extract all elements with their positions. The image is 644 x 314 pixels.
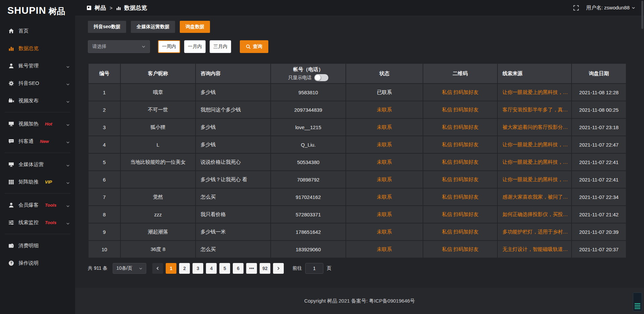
- sidebar-item-lead-monitoring[interactable]: 线索监控 Tools: [0, 214, 75, 231]
- chevron-down-icon: [142, 45, 146, 49]
- chevron-down-icon: [66, 203, 70, 207]
- fullscreen-icon[interactable]: [573, 5, 579, 11]
- page-size-value: 10条/页: [116, 265, 132, 271]
- cell-date: 2021-11-08 00:25: [572, 101, 626, 118]
- sidebar-item-douyin-seo[interactable]: 抖音SEO: [0, 74, 75, 92]
- page-button-92[interactable]: 92: [260, 263, 270, 274]
- cell-qrcode-link[interactable]: 私信 扫码加好友: [423, 154, 497, 170]
- cell-content: 我想问这个多少钱: [196, 101, 270, 118]
- table-header-row: 编号 客户昵称 咨询内容 帐号（电话） 只显示电话 状态 二维码 线索来源: [89, 64, 626, 83]
- cell-status: 未联系: [346, 136, 423, 153]
- cell-source-link[interactable]: 让你一眼就爱上的黑科技，能...: [498, 84, 571, 101]
- page-button-1[interactable]: 1: [166, 263, 176, 274]
- prev-page-button[interactable]: [152, 263, 163, 274]
- table-row: 9 潮起潮落 多少钱一米 178651642 未联系 私信 扫码加好友 多功能护…: [89, 223, 626, 240]
- user-menu[interactable]: 用户名: zswodun88: [586, 5, 635, 11]
- cell-source-link[interactable]: 无主灯设计，智能磁吸轨道灯...: [498, 241, 571, 258]
- cell-source-link[interactable]: 被大家追着问的客厅投影分享...: [498, 119, 571, 136]
- cell-date: 2021-11-07 20:37: [572, 241, 626, 258]
- sidebar-item-matrix-boost[interactable]: 矩阵助推 VIP: [0, 173, 75, 191]
- cell-qrcode-link[interactable]: 私信 扫码加好友: [423, 189, 497, 205]
- tab-omnimedia-data[interactable]: 全媒体运营数据: [131, 21, 175, 33]
- cell-id: 5: [89, 154, 120, 170]
- gear-icon: [8, 81, 14, 86]
- cell-source-link[interactable]: 感谢大家喜欢我家，被问了好...: [498, 189, 571, 205]
- member-icon: [8, 202, 14, 208]
- sidebar-item-home[interactable]: 首页: [0, 22, 75, 40]
- breadcrumb-root[interactable]: 树品: [95, 4, 106, 12]
- cell-qrcode-link[interactable]: 私信 扫码加好友: [423, 223, 497, 240]
- logo: SHUPIN 树品: [0, 0, 75, 16]
- goto-suffix-label: 页: [327, 265, 331, 271]
- col-header-qrcode: 二维码: [423, 64, 497, 83]
- col-header-status: 状态: [346, 64, 423, 83]
- range-three-months-button[interactable]: 三月内: [210, 40, 231, 53]
- scrollbar-thumb[interactable]: [641, 1, 643, 29]
- content: 抖音seo数据 全媒体运营数据 询盘数据 请选择 一周内 一月内 三月内 查询: [75, 16, 644, 314]
- next-page-button[interactable]: [273, 263, 284, 274]
- chat-bubble-icon: [8, 139, 14, 144]
- svg-text:?: ?: [10, 261, 12, 265]
- tab-douyin-seo-data[interactable]: 抖音seo数据: [88, 21, 126, 33]
- filter-bar: 请选择 一周内 一月内 三月内 查询: [88, 40, 644, 53]
- vip-badge: VIP: [45, 179, 52, 185]
- cell-qrcode-link[interactable]: 私信 扫码加好友: [423, 171, 497, 188]
- sidebar-item-consumption-details[interactable]: 消费明细: [0, 237, 75, 254]
- col-header-content: 咨询内容: [196, 64, 270, 83]
- chevron-down-icon: [139, 267, 143, 270]
- sidebar-item-label: 全媒体运营: [18, 161, 44, 168]
- sidebar-item-doukertong[interactable]: 抖客通 New: [0, 133, 75, 150]
- range-one-month-button[interactable]: 一月内: [184, 40, 206, 53]
- goto-page-input[interactable]: [305, 263, 323, 274]
- tab-inquiry-data[interactable]: 询盘数据: [180, 21, 210, 33]
- sidebar-item-video-heating[interactable]: 视频加热 Hot: [0, 115, 75, 133]
- tools-badge: Tools: [45, 203, 56, 208]
- bar-chart-icon: [116, 5, 121, 10]
- cell-status: 未联系: [346, 101, 423, 118]
- cell-source-link[interactable]: 让你一眼就爱上的黑科技，能...: [498, 171, 571, 188]
- sidebar-item-data-overview[interactable]: 数据总览: [0, 40, 75, 57]
- page-button-3[interactable]: 3: [193, 263, 203, 274]
- page-size-select[interactable]: 10条/页: [113, 263, 146, 274]
- cell-qrcode-link[interactable]: 私信 扫码加好友: [423, 101, 497, 118]
- sidebar-item-member-baoke[interactable]: 会员爆客 Tools: [0, 196, 75, 214]
- cell-source-link[interactable]: 让你一眼就爱上的黑科技，能...: [498, 154, 571, 170]
- cell-status: 未联系: [346, 223, 423, 240]
- sidebar-item-account-management[interactable]: 账号管理: [0, 57, 75, 74]
- range-one-week-button[interactable]: 一周内: [158, 40, 180, 53]
- search-button[interactable]: 查询: [240, 40, 268, 53]
- page-ellipsis-button[interactable]: •••: [246, 263, 257, 274]
- sidebar-item-omnimedia-operation[interactable]: 全媒体运营: [0, 156, 75, 173]
- phone-only-switch[interactable]: [314, 74, 328, 81]
- sidebar-item-video-publish[interactable]: 视频发布: [0, 92, 75, 109]
- cell-qrcode-link[interactable]: 私信 扫码加好友: [423, 84, 497, 101]
- cell-source-link[interactable]: 让你一眼就爱上的黑科技，能...: [498, 136, 571, 153]
- cell-qrcode-link[interactable]: 私信 扫码加好友: [423, 119, 497, 136]
- cell-status: 未联系: [346, 189, 423, 205]
- cell-qrcode-link[interactable]: 私信 扫码加好友: [423, 206, 497, 223]
- corner-widget[interactable]: [633, 293, 642, 311]
- cell-source-link[interactable]: 客厅安装投影半年多了，真实...: [498, 101, 571, 118]
- table-row: 4 L 多少钱 Q_Liu. 未联系 私信 扫码加好友 让你一眼就爱上的黑科技，…: [89, 136, 626, 153]
- cell-date: 2021-11-07 22:47: [572, 136, 626, 153]
- cell-account: 70898792: [271, 171, 345, 188]
- breadcrumb-separator: >: [109, 5, 113, 11]
- page-button-6[interactable]: 6: [233, 263, 244, 274]
- sidebar-item-instructions[interactable]: ? 操作说明: [0, 254, 75, 272]
- cell-source-link[interactable]: 如何正确选择投影仪，买投影...: [498, 206, 571, 223]
- cell-account: 50534380: [271, 154, 345, 170]
- account-select[interactable]: 请选择: [88, 40, 150, 53]
- col-header-nickname: 客户昵称: [121, 64, 195, 83]
- grid-icon: [8, 179, 14, 185]
- tools-badge: Tools: [45, 220, 56, 225]
- cell-qrcode-link[interactable]: 私信 扫码加好友: [423, 136, 497, 153]
- cell-source-link[interactable]: 多功能护栏灯，适用于乡村文...: [498, 223, 571, 240]
- page-button-5[interactable]: 5: [219, 263, 230, 274]
- page-button-2[interactable]: 2: [179, 263, 190, 274]
- cell-qrcode-link[interactable]: 私信 扫码加好友: [423, 241, 497, 258]
- col-header-id: 编号: [89, 64, 120, 83]
- sidebar-item-label: 消费明细: [18, 243, 39, 249]
- page-button-4[interactable]: 4: [206, 263, 217, 274]
- cell-content: 多少钱: [196, 136, 270, 153]
- cell-nickname: L: [121, 136, 195, 153]
